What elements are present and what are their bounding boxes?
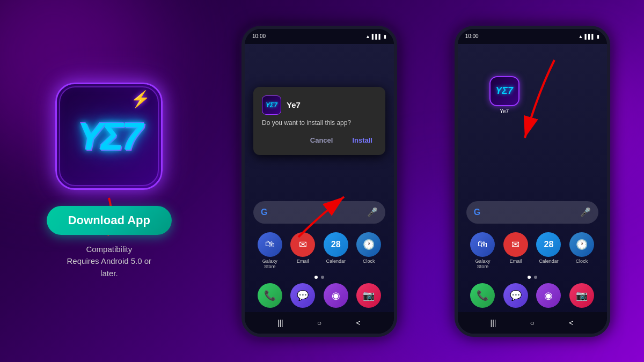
page-dots-center — [245, 276, 394, 279]
home-app-icon-text: YΣ7 — [495, 85, 513, 97]
installed-app-icon[interactable]: YΣ7 Ye7 — [489, 76, 519, 114]
battery-icon: ▮ — [384, 34, 386, 39]
app-icon-text: YΣ7 — [77, 117, 141, 156]
app-icon: ⚡ YΣ7 — [55, 83, 163, 190]
download-app-button[interactable]: Download App — [47, 206, 172, 235]
phone-right-notch: 10:00 ▲ ▌▌▌ ▮ — [458, 29, 607, 44]
page-dots-right — [458, 276, 607, 279]
email-icon-center[interactable]: ✉ — [290, 232, 315, 257]
status-icons-center: ▲ ▌▌▌ ▮ — [365, 34, 386, 39]
dot-active-center — [314, 276, 318, 279]
phone-icon-center[interactable]: 📞 — [258, 283, 282, 308]
dialog-icon-text: YΣ7 — [266, 101, 277, 109]
dialog-header: YΣ7 Ye7 — [262, 95, 377, 115]
nav-home-center[interactable]: ○ — [313, 316, 326, 329]
lightning-icon: ⚡ — [130, 90, 150, 108]
email-label-right: Email — [510, 258, 522, 264]
phone-center: 10:00 ▲ ▌▌▌ ▮ YΣ7 Ye7 Do you want to ins… — [241, 26, 397, 337]
phone-center-nav: ||| ○ < — [245, 312, 394, 334]
email-label-center: Email — [297, 258, 309, 264]
dialog-app-name: Ye7 — [287, 100, 301, 109]
mic-icon-center: 🎤 — [367, 207, 378, 217]
home-app-icon-box: YΣ7 — [489, 76, 519, 106]
google-search-bar-center[interactable]: G 🎤 — [253, 201, 385, 224]
clock-icon-center[interactable]: 🕐 — [356, 232, 381, 257]
dialog-buttons: Cancel Install — [262, 134, 377, 146]
dialog-cancel-button[interactable]: Cancel — [306, 134, 338, 146]
dialog-message: Do you want to install this app? — [262, 119, 377, 127]
dot-inactive-right — [534, 276, 537, 279]
google-search-bar-right[interactable]: G 🎤 — [466, 201, 598, 224]
dialog-app-icon: YΣ7 — [262, 95, 281, 115]
clock-icon-right[interactable]: 🕐 — [569, 232, 594, 257]
dot-active-right — [528, 276, 531, 279]
phone-center-notch: 10:00 ▲ ▌▌▌ ▮ — [245, 29, 394, 44]
dock-row-right: 🛍 GalaxyStore ✉ Email 28 Calendar 🕐 Cloc… — [458, 232, 607, 269]
calendar-label-right: Calendar — [539, 258, 559, 264]
calendar-icon-center[interactable]: 28 — [324, 232, 348, 257]
galaxy-store-icon-center[interactable]: 🛍 — [258, 232, 282, 257]
mic-icon-right: 🎤 — [580, 207, 591, 217]
wifi-icon-right: ▲ — [579, 34, 583, 39]
galaxy-store-icon-right[interactable]: 🛍 — [470, 232, 495, 257]
phone-right: 10:00 ▲ ▌▌▌ ▮ YΣ7 — [455, 26, 610, 337]
spacer-center — [245, 155, 394, 201]
wifi-icon: ▲ — [365, 34, 370, 39]
signal-icon-right: ▌▌▌ — [585, 34, 595, 39]
calendar-label-center: Calendar — [326, 258, 346, 264]
clock-label-center: Clock — [363, 258, 375, 264]
messages-icon-center[interactable]: 💬 — [290, 283, 315, 308]
camera-icon-right[interactable]: 📷 — [569, 283, 594, 308]
home-app-label: Ye7 — [500, 108, 509, 114]
dock-item-calendar-right: 28 Calendar — [536, 232, 561, 269]
dock-item-galaxy-center: 🛍 GalaxyStore — [258, 232, 282, 269]
galaxy-label-right: GalaxyStore — [475, 258, 490, 269]
phone-time-center: 10:00 — [252, 33, 266, 39]
bixby-icon-right[interactable]: ◉ — [536, 283, 561, 308]
phone-time-right: 10:00 — [465, 33, 479, 39]
dock-item-email-right: ✉ Email — [503, 232, 528, 269]
bixby-icon-center[interactable]: ◉ — [324, 283, 348, 308]
email-icon-right[interactable]: ✉ — [503, 232, 528, 257]
phone-center-screen: YΣ7 Ye7 Do you want to install this app?… — [245, 44, 394, 312]
dock-item-galaxy-right: 🛍 GalaxyStore — [470, 232, 495, 269]
status-icons-right: ▲ ▌▌▌ ▮ — [579, 34, 599, 39]
left-panel: ⚡ YΣ7 Download App CompatibilityRequires… — [34, 83, 184, 280]
signal-icon: ▌▌▌ — [372, 34, 382, 39]
phone-right-nav: ||| ○ < — [458, 312, 607, 334]
install-dialog: YΣ7 Ye7 Do you want to install this app?… — [253, 87, 385, 155]
dock-item-calendar-center: 28 Calendar — [324, 232, 348, 269]
galaxy-label-center: GalaxyStore — [262, 258, 277, 269]
main-container: ⚡ YΣ7 Download App CompatibilityRequires… — [0, 0, 644, 362]
camera-icon-center[interactable]: 📷 — [356, 283, 381, 308]
phone-icon-right[interactable]: 📞 — [470, 283, 495, 308]
nav-back-right[interactable]: ||| — [487, 316, 500, 329]
bottom-row-right: 📞 💬 ◉ 📷 — [458, 283, 607, 308]
phone-right-screen: YΣ7 Ye7 G 🎤 🛍 GalaxyStore ✉ Email — [458, 44, 607, 312]
nav-back-center[interactable]: ||| — [274, 316, 287, 329]
messages-icon-right[interactable]: 💬 — [503, 283, 528, 308]
dock-item-clock-center: 🕐 Clock — [356, 232, 381, 269]
dock-item-clock-right: 🕐 Clock — [569, 232, 594, 269]
calendar-icon-right[interactable]: 28 — [536, 232, 561, 257]
nav-home-right[interactable]: ○ — [526, 316, 539, 329]
dock-row-center: 🛍 GalaxyStore ✉ Email 28 Calendar 🕐 Cloc… — [245, 232, 394, 269]
dot-inactive-center — [321, 276, 324, 279]
google-g-center: G — [261, 208, 267, 217]
nav-recents-center[interactable]: < — [352, 316, 365, 329]
clock-label-right: Clock — [576, 258, 588, 264]
dialog-install-button[interactable]: Install — [348, 134, 377, 146]
compatibility-text: CompatibilityRequires Android 5.0 orlate… — [67, 243, 152, 280]
battery-icon-right: ▮ — [597, 34, 599, 39]
dock-item-email-center: ✉ Email — [290, 232, 315, 269]
nav-recents-right[interactable]: < — [565, 316, 577, 329]
google-g-right: G — [474, 208, 480, 217]
spacer-right — [458, 44, 607, 201]
bottom-row-center: 📞 💬 ◉ 📷 — [245, 283, 394, 308]
